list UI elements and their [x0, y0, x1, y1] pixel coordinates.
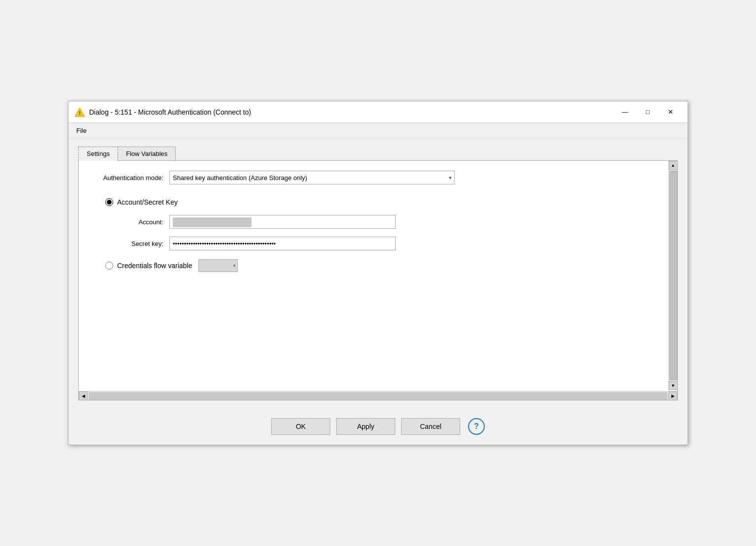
title-bar: ! Dialog - 5:151 - Microsoft Authenticat… [68, 101, 688, 123]
menu-bar: File [68, 123, 688, 139]
account-input-container[interactable] [169, 215, 396, 229]
ok-button[interactable]: OK [271, 418, 330, 435]
panel-content: Authentication mode: Shared key authenti… [79, 161, 677, 391]
warning-icon: ! [74, 107, 85, 118]
auth-mode-label: Authentication mode: [91, 174, 169, 182]
credentials-flow-variable-label: Credentials flow variable [117, 262, 192, 270]
credentials-select[interactable] [198, 259, 238, 272]
window-controls: — □ ✕ [614, 105, 682, 120]
account-secret-key-radio[interactable] [105, 198, 113, 206]
settings-panel: ▲ ▼ Authentication mode: Shared key auth… [78, 160, 678, 400]
secret-key-label: Secret key: [120, 240, 169, 247]
bottom-bar: OK Apply Cancel ? [68, 408, 688, 445]
account-input-row: Account: [120, 215, 665, 229]
account-label: Account: [120, 218, 169, 226]
account-fill-indicator [173, 217, 252, 227]
minimize-button[interactable]: — [614, 105, 636, 120]
tab-bar: Settings Flow Variables [78, 147, 678, 161]
help-button[interactable]: ? [468, 418, 485, 435]
scroll-right-arrow[interactable]: ▶ [668, 392, 677, 400]
auth-mode-select-wrapper: Shared key authentication (Azure Storage… [169, 171, 455, 184]
secret-key-input-row: Secret key: [120, 237, 665, 250]
apply-button[interactable]: Apply [336, 418, 395, 435]
cancel-button[interactable]: Cancel [401, 418, 460, 435]
credentials-select-wrapper: ▾ [198, 259, 238, 272]
scroll-up-arrow[interactable]: ▲ [669, 161, 678, 170]
credentials-flow-variable-row: Credentials flow variable ▾ [105, 259, 665, 272]
auth-mode-select[interactable]: Shared key authentication (Azure Storage… [169, 171, 455, 184]
svg-text:!: ! [79, 110, 81, 116]
tab-settings[interactable]: Settings [78, 147, 118, 161]
file-menu[interactable]: File [72, 125, 91, 136]
credentials-dropdown-wrapper: ▾ [198, 259, 238, 272]
maximize-button[interactable]: □ [636, 105, 659, 120]
tab-flow-variables[interactable]: Flow Variables [118, 147, 176, 161]
scrollbar-thumb[interactable] [669, 171, 677, 380]
window-title: Dialog - 5:151 - Microsoft Authenticatio… [89, 108, 614, 116]
close-button[interactable]: ✕ [659, 105, 682, 120]
scroll-left-arrow[interactable]: ◀ [79, 392, 88, 400]
auth-mode-row: Authentication mode: Shared key authenti… [91, 171, 665, 184]
secret-key-input[interactable] [169, 237, 396, 250]
account-secret-key-radio-row: Account/Secret Key [105, 198, 665, 206]
main-window: ! Dialog - 5:151 - Microsoft Authenticat… [68, 101, 688, 445]
horizontal-scrollbar[interactable]: ◀ ▶ [79, 391, 677, 400]
credentials-flow-variable-radio[interactable] [105, 262, 113, 270]
scroll-down-arrow[interactable]: ▼ [669, 381, 678, 390]
account-secret-key-label: Account/Secret Key [117, 198, 178, 206]
content-area: Settings Flow Variables ▲ ▼ Authenticati… [68, 139, 688, 408]
vertical-scrollbar[interactable]: ▲ ▼ [668, 161, 677, 390]
horizontal-scrollbar-track[interactable] [89, 392, 667, 400]
